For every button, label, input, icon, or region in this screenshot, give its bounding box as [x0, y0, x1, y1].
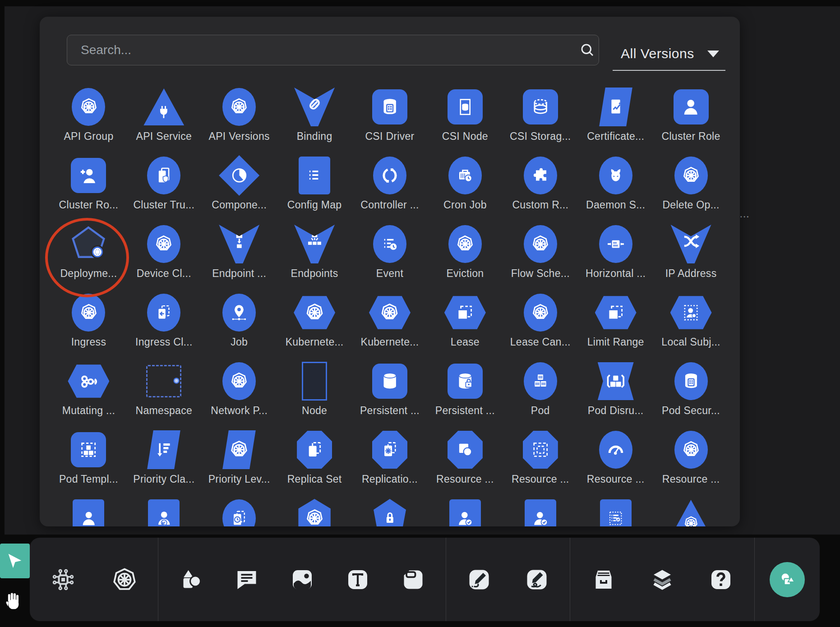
grid-item[interactable]: CSI Driver	[352, 84, 428, 153]
pencil-tool[interactable]	[522, 565, 552, 595]
grid-item-label: Job	[231, 336, 248, 348]
select-tool[interactable]	[0, 544, 30, 578]
grid-item[interactable]: Lease Can...	[503, 290, 578, 359]
lock-icon	[374, 499, 406, 526]
grid-item[interactable]	[427, 496, 503, 526]
insert-node-tool[interactable]	[48, 565, 78, 595]
grid-item[interactable]: Ingress Cl...	[126, 290, 202, 359]
grid-item[interactable]: Compone...	[202, 153, 277, 221]
grid-item[interactable]	[202, 496, 277, 526]
kubernetes-icon-library-modal: All Versions API GroupAPI ServiceAPI Ver…	[40, 17, 740, 526]
grid-item[interactable]: CSI Storag...	[503, 84, 578, 153]
pen-arrow-tool[interactable]	[464, 565, 494, 595]
grid-item-label: API Versions	[209, 130, 270, 143]
grid-item[interactable]: Cluster Ro...	[51, 153, 126, 221]
grid-item[interactable]: Delete Op...	[653, 153, 729, 221]
grid-item[interactable]: Cron Job	[427, 153, 503, 221]
grid-item[interactable]: Persistent ...	[352, 359, 428, 427]
grid-item[interactable]: Mutating ...	[51, 359, 126, 427]
grid-item[interactable]: Kubernete...	[277, 290, 352, 359]
grid-item[interactable]: Node	[277, 359, 352, 427]
grid-item[interactable]: Pod	[503, 359, 578, 427]
grid-item[interactable]	[578, 496, 653, 526]
grid-item[interactable]: Kubernete...	[352, 290, 428, 359]
grid-item[interactable]: Resource ...	[578, 427, 653, 496]
wheel-icon	[72, 294, 105, 332]
grid-item[interactable]: Custom R...	[503, 153, 578, 221]
grid-item[interactable]: Replicatio...	[352, 427, 428, 496]
grid-item[interactable]: Binding	[277, 84, 352, 153]
version-filter-dropdown[interactable]: All Versions	[613, 37, 725, 71]
kubernetes-library-tool[interactable]	[110, 565, 139, 595]
drawing-canvas[interactable]: t... All Versions API GroupAPI ServiceAP…	[5, 6, 840, 535]
grid-item[interactable]: Lease	[427, 290, 503, 359]
grid-item[interactable]: Job	[202, 290, 277, 359]
card-tool[interactable]	[398, 565, 428, 595]
db-grid-icon	[674, 362, 708, 400]
grid-item[interactable]: Persistent ...	[427, 359, 503, 427]
grid-item[interactable]: Resource ...	[503, 427, 578, 496]
grid-item[interactable]: Controller ...	[352, 153, 428, 221]
grid-item[interactable]	[653, 496, 729, 526]
grid-item[interactable]	[126, 496, 202, 526]
square-dash-icon	[595, 295, 637, 330]
grid-item[interactable]: Daemon S...	[578, 153, 653, 221]
grid-item[interactable]: Network P...	[202, 359, 277, 427]
grid-item[interactable]: API Service	[126, 84, 202, 153]
grid-item[interactable]: Resource ...	[427, 427, 503, 496]
daemon-icon	[599, 157, 632, 194]
kubernetes-library-tool-icon	[111, 566, 138, 593]
grid-item[interactable]: Priority Cla...	[126, 427, 202, 496]
pan-tool[interactable]	[2, 588, 25, 616]
help-tool[interactable]	[706, 565, 736, 595]
grid-item[interactable]: IP Address	[653, 221, 729, 290]
grid-item[interactable]: API Group	[51, 84, 126, 153]
grid-item-label: Network P...	[211, 405, 268, 417]
comment-tool[interactable]	[232, 565, 262, 595]
grid-item-label: Replicatio...	[362, 473, 418, 485]
grid-item[interactable]: Pod Disru...	[578, 359, 653, 427]
grid-item[interactable]: Local Subj...	[653, 290, 729, 359]
grid-item[interactable]: Horizontal ...	[578, 221, 653, 290]
search-icon	[579, 42, 595, 58]
archive-tool[interactable]	[589, 565, 618, 595]
grid-item[interactable]	[51, 496, 126, 526]
grid-item[interactable]: Eviction	[427, 221, 503, 290]
shapes-tool[interactable]	[176, 565, 206, 595]
grid-item[interactable]: Namespace	[126, 359, 202, 427]
search-input[interactable]	[67, 35, 599, 65]
pen-arrow-tool-icon	[466, 566, 493, 593]
grid-item[interactable]: Flow Sche...	[503, 221, 578, 290]
grid-item[interactable]: Endpoints	[277, 221, 352, 290]
grid-item[interactable]: Priority Lev...	[202, 427, 277, 496]
shape-library-button[interactable]	[770, 562, 805, 597]
grid-item[interactable]: Config Map	[277, 153, 352, 221]
grid-item-label: Ingress Cl...	[135, 336, 193, 348]
grid-item[interactable]: API Versions	[202, 84, 277, 153]
layers-tool[interactable]	[647, 565, 677, 595]
wheel-icon	[294, 295, 335, 330]
grid-item[interactable]: Deployme...	[51, 221, 126, 290]
grid-item[interactable]: CSI Node	[427, 84, 503, 153]
grid-item[interactable]: Cluster Tru...	[126, 153, 202, 221]
grid-item[interactable]	[503, 496, 578, 526]
text-tool[interactable]	[343, 565, 373, 595]
grid-item[interactable]: Endpoint ...	[202, 221, 277, 290]
grid-item[interactable]: Pod Secur...	[653, 359, 729, 427]
grid-item[interactable]: Event	[352, 221, 428, 290]
grid-item[interactable]: Device Cl...	[126, 221, 202, 290]
grid-item[interactable]: Resource ...	[653, 427, 729, 496]
grid-item[interactable]: Replica Set	[277, 427, 352, 496]
grid-item-label: Node	[302, 405, 327, 417]
boxes-spread-icon	[294, 225, 335, 263]
grid-item[interactable]: Pod Templ...	[51, 427, 126, 496]
grid-item[interactable]: Ingress	[51, 290, 126, 359]
grid-item[interactable]	[277, 496, 352, 526]
grid-item-label: Namespace	[136, 405, 192, 417]
grid-item[interactable]	[352, 496, 428, 526]
grid-item[interactable]: Limit Range	[578, 290, 653, 359]
grid-item-label: IP Address	[665, 267, 717, 280]
image-tool[interactable]	[287, 565, 317, 595]
grid-item[interactable]: Cluster Role	[653, 84, 729, 153]
grid-item[interactable]: Certificate...	[578, 84, 653, 153]
